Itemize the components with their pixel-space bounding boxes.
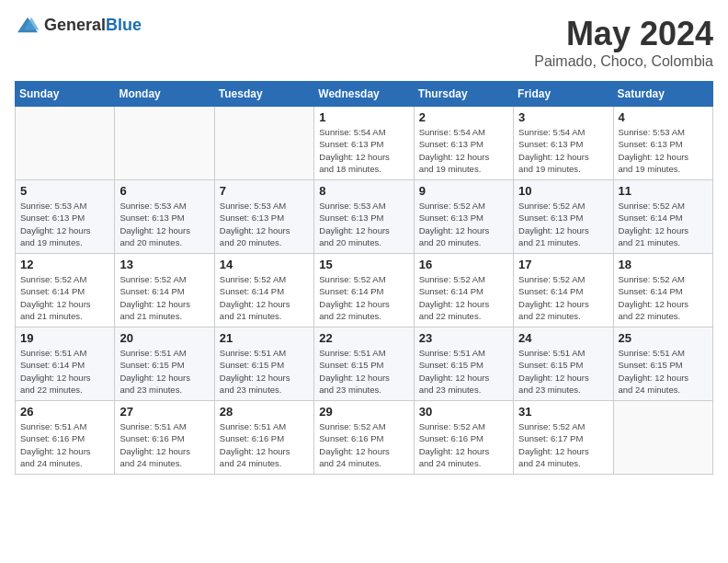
day-number: 11 (619, 184, 708, 198)
day-number: 17 (518, 258, 608, 271)
day-number: 13 (119, 258, 209, 271)
day-info: Sunrise: 5:52 AM Sunset: 6:14 PM Dayligh… (419, 273, 508, 322)
day-number: 10 (518, 184, 608, 198)
day-info: Sunrise: 5:52 AM Sunset: 6:14 PM Dayligh… (619, 200, 708, 248)
day-number: 5 (20, 184, 109, 198)
calendar-cell: 16Sunrise: 5:52 AM Sunset: 6:14 PM Dayli… (414, 254, 513, 327)
day-number: 22 (319, 331, 408, 345)
weekday-header: Monday (115, 82, 214, 107)
day-number: 20 (119, 331, 209, 345)
calendar-cell: 23Sunrise: 5:51 AM Sunset: 6:15 PM Dayli… (414, 327, 513, 401)
calendar-week-row: 26Sunrise: 5:51 AM Sunset: 6:16 PM Dayli… (16, 401, 713, 475)
calendar-cell: 20Sunrise: 5:51 AM Sunset: 6:15 PM Dayli… (115, 327, 214, 401)
day-number: 2 (419, 110, 508, 124)
day-info: Sunrise: 5:53 AM Sunset: 6:13 PM Dayligh… (619, 126, 708, 175)
day-info: Sunrise: 5:52 AM Sunset: 6:13 PM Dayligh… (518, 200, 608, 248)
logo-blue: Blue (106, 16, 142, 34)
calendar-cell: 19Sunrise: 5:51 AM Sunset: 6:14 PM Dayli… (16, 327, 115, 401)
day-info: Sunrise: 5:52 AM Sunset: 6:14 PM Dayligh… (518, 273, 608, 322)
calendar-cell: 24Sunrise: 5:51 AM Sunset: 6:15 PM Dayli… (514, 327, 613, 401)
day-info: Sunrise: 5:51 AM Sunset: 6:15 PM Dayligh… (518, 347, 608, 396)
calendar-cell (115, 107, 214, 180)
calendar-cell: 25Sunrise: 5:51 AM Sunset: 6:15 PM Dayli… (613, 327, 712, 401)
calendar-cell (214, 107, 313, 180)
calendar-cell: 31Sunrise: 5:52 AM Sunset: 6:17 PM Dayli… (514, 401, 613, 475)
day-info: Sunrise: 5:51 AM Sunset: 6:15 PM Dayligh… (619, 347, 708, 396)
day-info: Sunrise: 5:51 AM Sunset: 6:15 PM Dayligh… (319, 347, 408, 396)
day-info: Sunrise: 5:52 AM Sunset: 6:16 PM Dayligh… (319, 420, 408, 469)
calendar-week-row: 1Sunrise: 5:54 AM Sunset: 6:13 PM Daylig… (16, 107, 713, 180)
calendar-cell (613, 401, 712, 475)
logo: GeneralBlue (15, 15, 142, 35)
day-number: 19 (20, 331, 109, 345)
calendar-cell: 1Sunrise: 5:54 AM Sunset: 6:13 PM Daylig… (314, 107, 414, 180)
calendar-subtitle: Paimado, Choco, Colombia (534, 53, 713, 70)
day-info: Sunrise: 5:52 AM Sunset: 6:14 PM Dayligh… (119, 273, 209, 322)
day-info: Sunrise: 5:54 AM Sunset: 6:13 PM Dayligh… (419, 126, 508, 175)
day-info: Sunrise: 5:51 AM Sunset: 6:16 PM Dayligh… (20, 420, 109, 469)
calendar-week-row: 12Sunrise: 5:52 AM Sunset: 6:14 PM Dayli… (16, 254, 713, 327)
day-number: 31 (518, 405, 608, 419)
weekday-header: Thursday (414, 82, 513, 107)
calendar-cell: 21Sunrise: 5:51 AM Sunset: 6:15 PM Dayli… (214, 327, 313, 401)
calendar-cell: 22Sunrise: 5:51 AM Sunset: 6:15 PM Dayli… (314, 327, 414, 401)
calendar-cell (16, 107, 115, 180)
logo-general: General (44, 16, 106, 34)
logo-icon (15, 15, 40, 35)
day-number: 6 (119, 184, 209, 198)
calendar-cell: 6Sunrise: 5:53 AM Sunset: 6:13 PM Daylig… (115, 180, 214, 254)
calendar-week-row: 5Sunrise: 5:53 AM Sunset: 6:13 PM Daylig… (16, 180, 713, 254)
day-number: 18 (619, 258, 708, 271)
day-number: 7 (220, 184, 309, 198)
calendar-cell: 28Sunrise: 5:51 AM Sunset: 6:16 PM Dayli… (214, 401, 313, 475)
day-info: Sunrise: 5:54 AM Sunset: 6:13 PM Dayligh… (319, 126, 408, 175)
day-number: 27 (119, 405, 209, 419)
calendar-cell: 2Sunrise: 5:54 AM Sunset: 6:13 PM Daylig… (414, 107, 513, 180)
calendar-header: SundayMondayTuesdayWednesdayThursdayFrid… (16, 82, 713, 107)
calendar-table: SundayMondayTuesdayWednesdayThursdayFrid… (15, 81, 713, 475)
day-info: Sunrise: 5:51 AM Sunset: 6:14 PM Dayligh… (20, 347, 109, 396)
calendar-cell: 4Sunrise: 5:53 AM Sunset: 6:13 PM Daylig… (613, 107, 712, 180)
day-info: Sunrise: 5:52 AM Sunset: 6:14 PM Dayligh… (20, 273, 109, 322)
calendar-cell: 30Sunrise: 5:52 AM Sunset: 6:16 PM Dayli… (414, 401, 513, 475)
day-info: Sunrise: 5:52 AM Sunset: 6:16 PM Dayligh… (419, 420, 508, 469)
day-number: 28 (220, 405, 309, 419)
day-number: 1 (319, 110, 408, 124)
day-number: 23 (419, 331, 508, 345)
calendar-cell: 3Sunrise: 5:54 AM Sunset: 6:13 PM Daylig… (514, 107, 613, 180)
day-number: 26 (20, 405, 109, 419)
calendar-cell: 18Sunrise: 5:52 AM Sunset: 6:14 PM Dayli… (613, 254, 712, 327)
day-info: Sunrise: 5:51 AM Sunset: 6:15 PM Dayligh… (119, 347, 209, 396)
day-number: 14 (220, 258, 309, 271)
calendar-cell: 5Sunrise: 5:53 AM Sunset: 6:13 PM Daylig… (16, 180, 115, 254)
calendar-cell: 9Sunrise: 5:52 AM Sunset: 6:13 PM Daylig… (414, 180, 513, 254)
logo-text: GeneralBlue (44, 16, 142, 35)
calendar-cell: 14Sunrise: 5:52 AM Sunset: 6:14 PM Dayli… (214, 254, 313, 327)
page-header: GeneralBlue May 2024 Paimado, Choco, Col… (15, 15, 713, 70)
weekday-row: SundayMondayTuesdayWednesdayThursdayFrid… (16, 82, 713, 107)
day-number: 12 (20, 258, 109, 271)
day-number: 25 (619, 331, 708, 345)
day-info: Sunrise: 5:53 AM Sunset: 6:13 PM Dayligh… (220, 200, 309, 248)
title-block: May 2024 Paimado, Choco, Colombia (534, 15, 713, 70)
day-info: Sunrise: 5:51 AM Sunset: 6:16 PM Dayligh… (220, 420, 309, 469)
calendar-cell: 17Sunrise: 5:52 AM Sunset: 6:14 PM Dayli… (514, 254, 613, 327)
day-info: Sunrise: 5:52 AM Sunset: 6:14 PM Dayligh… (319, 273, 408, 322)
day-number: 8 (319, 184, 408, 198)
day-number: 30 (419, 405, 508, 419)
weekday-header: Saturday (613, 82, 712, 107)
calendar-cell: 11Sunrise: 5:52 AM Sunset: 6:14 PM Dayli… (613, 180, 712, 254)
day-number: 21 (220, 331, 309, 345)
calendar-cell: 26Sunrise: 5:51 AM Sunset: 6:16 PM Dayli… (16, 401, 115, 475)
day-info: Sunrise: 5:53 AM Sunset: 6:13 PM Dayligh… (319, 200, 408, 248)
calendar-cell: 13Sunrise: 5:52 AM Sunset: 6:14 PM Dayli… (115, 254, 214, 327)
calendar-cell: 15Sunrise: 5:52 AM Sunset: 6:14 PM Dayli… (314, 254, 414, 327)
day-info: Sunrise: 5:52 AM Sunset: 6:14 PM Dayligh… (220, 273, 309, 322)
day-number: 4 (619, 110, 708, 124)
calendar-week-row: 19Sunrise: 5:51 AM Sunset: 6:14 PM Dayli… (16, 327, 713, 401)
calendar-cell: 29Sunrise: 5:52 AM Sunset: 6:16 PM Dayli… (314, 401, 414, 475)
day-info: Sunrise: 5:51 AM Sunset: 6:15 PM Dayligh… (419, 347, 508, 396)
calendar-title: May 2024 (534, 15, 713, 53)
day-info: Sunrise: 5:53 AM Sunset: 6:13 PM Dayligh… (119, 200, 209, 248)
day-info: Sunrise: 5:52 AM Sunset: 6:14 PM Dayligh… (619, 273, 708, 322)
